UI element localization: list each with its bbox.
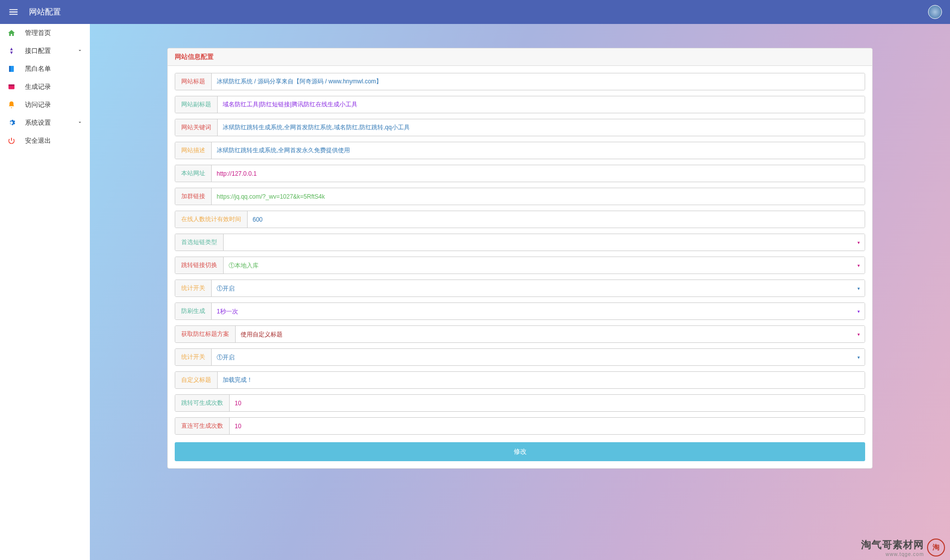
label-direct-limit: 直连可生成次数 — [175, 418, 230, 434]
input-online-stat-time[interactable] — [248, 211, 865, 228]
gear-icon — [7, 118, 16, 127]
field-site-url: 本站网址 — [175, 165, 865, 182]
sidebar-item-label: 接口配置 — [25, 46, 77, 55]
label-stat-switch2: 统计开关 — [175, 349, 212, 365]
field-site-subtitle: 网站副标题 — [175, 96, 865, 113]
book-icon — [7, 64, 16, 73]
input-group-link[interactable] — [212, 188, 865, 205]
watermark-en: www.tqge.com — [861, 552, 924, 557]
field-title-scheme: 获取防红标题方案 使用自定义标题 — [175, 325, 865, 343]
sidebar-item-system-settings[interactable]: 系统设置 — [0, 114, 90, 132]
field-site-keywords: 网站关键词 — [175, 119, 865, 136]
label-group-link: 加群链接 — [175, 188, 212, 205]
top-header: 网站配置 — [0, 0, 950, 24]
field-jump-limit: 跳转可生成次数 — [175, 394, 865, 412]
input-site-keywords[interactable] — [218, 119, 865, 136]
chevron-down-icon — [77, 119, 83, 127]
menu-icon — [8, 6, 19, 17]
watermark-logo-icon: 淘 — [927, 539, 945, 557]
sidebar-item-blacklist[interactable]: 黑白名单 — [0, 60, 90, 78]
chevron-down-icon — [77, 47, 83, 55]
power-icon — [7, 136, 16, 145]
nav-icon — [7, 46, 16, 55]
home-icon — [7, 28, 16, 37]
input-site-subtitle[interactable] — [218, 96, 865, 113]
watermark: 淘气哥素材网 www.tqge.com 淘 — [861, 538, 945, 557]
menu-toggle-button[interactable] — [8, 6, 19, 17]
label-site-subtitle: 网站副标题 — [175, 96, 218, 113]
input-site-desc[interactable] — [212, 142, 865, 159]
label-shortlink-type: 首选短链类型 — [175, 234, 224, 251]
panel-body: 网站标题 网站副标题 网站关键词 网站描述 本站网址 加群链接 — [168, 66, 872, 468]
sidebar-item-label: 生成记录 — [25, 82, 83, 91]
input-direct-limit[interactable] — [230, 418, 865, 434]
sidebar-item-api-config[interactable]: 接口配置 — [0, 42, 90, 60]
svg-rect-3 — [8, 84, 14, 86]
field-shortlink-type: 首选短链类型 — [175, 234, 865, 251]
sidebar-item-logout[interactable]: 安全退出 — [0, 132, 90, 150]
form-panel: 网站信息配置 网站标题 网站副标题 网站关键词 网站描述 本站网址 — [167, 48, 873, 469]
sidebar-item-label: 黑白名单 — [25, 64, 83, 73]
field-redirect-switch: 跳转链接切换 ①本地入库 — [175, 257, 865, 274]
label-site-url: 本站网址 — [175, 165, 212, 182]
label-anti-brush: 防刷生成 — [175, 303, 212, 319]
select-stat-switch1[interactable]: ①开启 — [212, 280, 865, 296]
field-site-desc: 网站描述 — [175, 142, 865, 159]
field-custom-title: 自定义标题 — [175, 371, 865, 389]
field-online-stat-time: 在线人数统计有效时间 — [175, 211, 865, 228]
input-custom-title[interactable] — [218, 372, 865, 388]
field-site-title: 网站标题 — [175, 73, 865, 90]
label-title-scheme: 获取防红标题方案 — [175, 326, 236, 342]
submit-button[interactable]: 修改 — [175, 442, 865, 461]
select-title-scheme[interactable]: 使用自定义标题 — [236, 326, 865, 342]
input-site-title[interactable] — [212, 73, 865, 90]
panel-title: 网站信息配置 — [168, 48, 872, 66]
field-anti-brush: 防刷生成 1秒一次 — [175, 302, 865, 320]
sidebar: 管理首页 接口配置 黑白名单 生成记录 访问记录 系统设置 安全退出 — [0, 24, 90, 560]
main-content: 网站信息配置 网站标题 网站副标题 网站关键词 网站描述 本站网址 — [90, 24, 950, 560]
field-group-link: 加群链接 — [175, 188, 865, 205]
sidebar-item-gen-records[interactable]: 生成记录 — [0, 78, 90, 96]
user-avatar[interactable] — [928, 5, 942, 19]
label-redirect-switch: 跳转链接切换 — [175, 257, 224, 274]
select-shortlink-type[interactable] — [224, 234, 865, 251]
select-stat-switch2[interactable]: ①开启 — [212, 349, 865, 365]
select-redirect-switch[interactable]: ①本地入库 — [224, 257, 865, 274]
label-stat-switch1: 统计开关 — [175, 280, 212, 296]
svg-rect-1 — [9, 66, 10, 72]
sidebar-item-label: 系统设置 — [25, 118, 77, 127]
label-custom-title: 自定义标题 — [175, 372, 218, 388]
label-site-keywords: 网站关键词 — [175, 119, 218, 136]
sidebar-item-label: 访问记录 — [25, 100, 83, 109]
sidebar-item-label: 管理首页 — [25, 28, 83, 37]
watermark-cn: 淘气哥素材网 — [861, 538, 924, 552]
field-direct-limit: 直连可生成次数 — [175, 417, 865, 435]
web-icon — [7, 82, 16, 91]
input-site-url[interactable] — [212, 165, 865, 182]
page-title: 网站配置 — [29, 7, 61, 17]
field-stat-switch2: 统计开关 ①开启 — [175, 348, 865, 366]
label-jump-limit: 跳转可生成次数 — [175, 395, 230, 411]
sidebar-item-home[interactable]: 管理首页 — [0, 24, 90, 42]
select-anti-brush[interactable]: 1秒一次 — [212, 303, 865, 319]
sidebar-item-label: 安全退出 — [25, 136, 83, 145]
sidebar-item-visit-records[interactable]: 访问记录 — [0, 96, 90, 114]
input-jump-limit[interactable] — [230, 395, 865, 411]
label-site-desc: 网站描述 — [175, 142, 212, 159]
label-site-title: 网站标题 — [175, 73, 212, 90]
bell-icon — [7, 100, 16, 109]
field-stat-switch1: 统计开关 ①开启 — [175, 280, 865, 297]
label-online-stat-time: 在线人数统计有效时间 — [175, 211, 248, 228]
